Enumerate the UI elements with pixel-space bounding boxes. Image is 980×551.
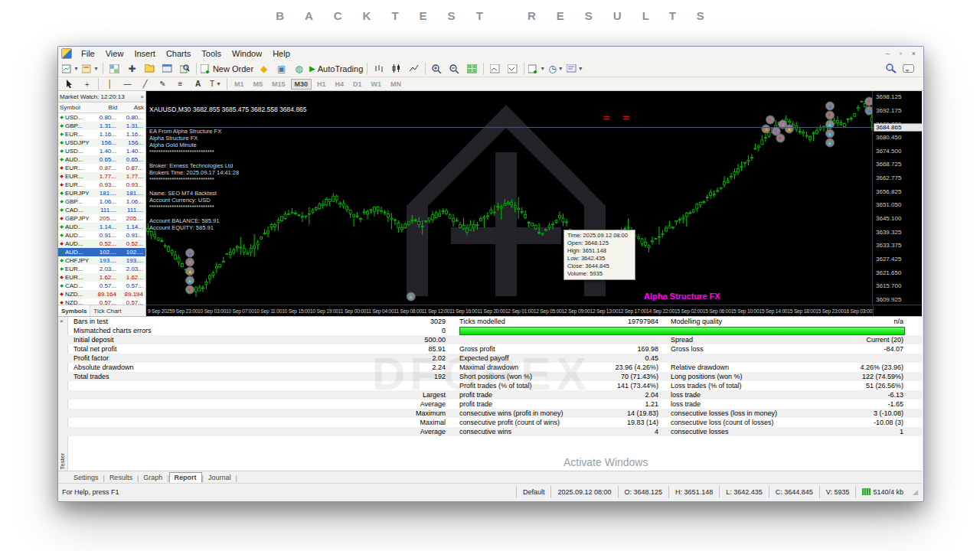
market-watch-row[interactable]: ◆USD...1.40...1.40...	[58, 147, 145, 155]
zoom-out-button[interactable]	[446, 61, 462, 77]
resize-grip[interactable]: ◢	[913, 488, 920, 496]
market-watch-row[interactable]: ◆AUD...0.91...0.91...	[58, 231, 145, 240]
tab-settings[interactable]: Settings	[69, 473, 103, 482]
menu-item-file[interactable]: File	[76, 48, 100, 59]
market-watch-row[interactable]: ◆EUR...0.93...0.93...	[58, 181, 145, 189]
close-icon[interactable]: ×	[60, 318, 64, 324]
timeframe-m30[interactable]: M30	[291, 79, 312, 90]
tab-report[interactable]: Report	[169, 472, 202, 483]
text-tool[interactable]: A	[190, 77, 206, 92]
menu-item-view[interactable]: View	[100, 48, 129, 59]
timeframe-h4[interactable]: H4	[332, 79, 348, 90]
close-button[interactable]: ×	[907, 50, 920, 57]
indicators-button[interactable]: ▼	[528, 61, 546, 77]
market-watch-row[interactable]: ◆EUR...1.16...1.16...	[58, 130, 145, 139]
column-header-ask[interactable]: Ask	[119, 104, 145, 111]
tab-journal[interactable]: Journal	[204, 473, 236, 482]
terminal-button[interactable]	[159, 61, 175, 77]
line-chart-button[interactable]	[406, 61, 422, 77]
arrows-tool[interactable]: T▼	[207, 77, 224, 92]
market-watch-row[interactable]: ◆GBPJPY205....205....	[58, 214, 145, 223]
market-watch-row[interactable]: ◆EUR...1.77...1.77...	[58, 172, 145, 181]
trendline-tool[interactable]: ╱	[137, 77, 153, 92]
search-button[interactable]	[883, 61, 899, 77]
hline-tool[interactable]: —	[119, 77, 136, 92]
timeframe-h1[interactable]: H1	[313, 79, 330, 90]
metaeditor-button[interactable]: ◆	[256, 61, 272, 77]
market-watch-row[interactable]: ◆EUR...0.87...0.87...	[58, 164, 145, 172]
tab-tick-chart[interactable]: Tick Chart	[90, 308, 124, 315]
new-chart-button[interactable]: ▼	[61, 61, 80, 77]
community-button[interactable]: ◍	[291, 61, 307, 77]
restore-button[interactable]: ▫	[894, 50, 907, 57]
market-watch-row[interactable]: ◆AUD...1.14...1.14...	[58, 223, 145, 231]
time-axis-label: 15 Sep 23:00	[815, 308, 844, 314]
bid-cell: 2.03...	[91, 265, 118, 273]
timeframe-mn[interactable]: MN	[387, 79, 405, 90]
market-watch-row[interactable]: ◆CAD...0.57...0.57...	[58, 282, 145, 290]
timeframe-m1[interactable]: M1	[230, 79, 248, 90]
menu-item-charts[interactable]: Charts	[161, 48, 196, 59]
close-icon[interactable]: ×	[140, 93, 144, 100]
fibonacci-tool[interactable]: ≡	[172, 77, 188, 92]
zoom-in-button[interactable]	[429, 61, 445, 77]
print-button[interactable]: ▣	[273, 61, 289, 77]
overlay-line: Brokers Time: 2025.09.17 14:41:28	[149, 169, 307, 176]
arrange-1-button[interactable]	[487, 61, 503, 77]
ask-cell: 0.57...	[118, 282, 145, 290]
menu-item-help[interactable]: Help	[267, 48, 296, 59]
column-header-symbol[interactable]: Symbol	[58, 104, 92, 111]
market-watch-button[interactable]	[106, 61, 122, 77]
market-watch-row[interactable]: ◆GBP...1.31...1.31...	[58, 122, 145, 130]
market-watch-row[interactable]: ◆GBP...1.06...1.06...	[58, 197, 145, 206]
status-profile[interactable]: Default	[516, 486, 551, 497]
timeframe-d1[interactable]: D1	[349, 79, 366, 90]
chat-bubbles-icon	[903, 64, 914, 73]
tab-symbols[interactable]: Symbols	[58, 305, 90, 316]
periods-button[interactable]: ◷▼	[547, 61, 564, 77]
channel-tool[interactable]: ✎	[155, 77, 171, 92]
minimize-button[interactable]: –	[881, 50, 894, 57]
chat-button[interactable]	[900, 61, 916, 77]
arrange-2-button[interactable]	[505, 61, 521, 77]
menu-item-tools[interactable]: Tools	[196, 48, 227, 59]
tab-results[interactable]: Results	[105, 473, 137, 482]
market-watch-row[interactable]: ◆AUD...0.52...0.52...	[58, 240, 145, 248]
autotrading-button[interactable]: ▶AutoTrading	[309, 61, 364, 77]
bid-cell: 1.40...	[91, 147, 118, 155]
cursor-tool[interactable]	[61, 77, 77, 92]
time-axis[interactable]: 9 Sep 20259 Sep 23:0010 Sep 03:0010 Sep …	[146, 305, 874, 316]
column-header-bid[interactable]: Bid	[92, 104, 119, 111]
templates-button[interactable]: ▼	[566, 61, 584, 77]
candlestick-button[interactable]	[388, 61, 404, 77]
market-watch-row[interactable]: ◆USDJPY156...156...	[58, 139, 145, 147]
market-watch-row[interactable]: ◆CAD...111....111....	[58, 206, 145, 214]
bar-chart-button[interactable]	[371, 61, 387, 77]
tab-graph[interactable]: Graph	[139, 473, 167, 482]
market-watch-row[interactable]: ◆AUD...0.65...0.65...	[58, 155, 145, 164]
timeframe-w1[interactable]: W1	[368, 79, 386, 90]
crosshair-tool[interactable]: ＋	[79, 77, 95, 92]
vline-tool[interactable]: │	[102, 77, 118, 92]
menu-item-insert[interactable]: Insert	[129, 48, 161, 59]
market-watch-row[interactable]: ◆EUR...2.03...2.03...	[58, 265, 145, 273]
timeframe-m15[interactable]: M15	[268, 79, 289, 90]
market-watch-row[interactable]: ◆EUR...1.62...1.62...	[58, 273, 145, 282]
timeframe-m5[interactable]: M5	[250, 79, 267, 90]
market-watch-row[interactable]: ◆NZD...0.57...0.57...	[58, 298, 145, 305]
market-watch-row[interactable]: ◆USD...0.80...0.80...	[58, 113, 145, 122]
tile-windows-button[interactable]	[464, 61, 480, 77]
price-axis-label: 3633.375	[876, 242, 901, 249]
strategy-tester-button[interactable]	[177, 61, 193, 77]
navigator-button[interactable]	[142, 61, 158, 77]
market-watch-row[interactable]: ◆NZD...89.16489.194	[58, 290, 145, 298]
new-order-button[interactable]: New Order	[200, 61, 254, 77]
market-watch-row[interactable]: ◆EURJPY181....181....	[58, 189, 145, 197]
data-window-button[interactable]: ✚	[124, 61, 140, 77]
market-watch-row[interactable]: ◆AUD...102....102....	[58, 248, 145, 256]
market-watch-row[interactable]: ◆CHFJPY193....193....	[58, 256, 145, 265]
price-axis[interactable]: 3698.1253692.1753686.2253680.4503674.500…	[872, 91, 922, 305]
menu-item-window[interactable]: Window	[227, 48, 267, 59]
chart-area[interactable]: XAUUSD,M30 3682.855 3685.475 3682.558 36…	[146, 91, 922, 316]
profiles-button[interactable]: ▼	[81, 61, 100, 77]
